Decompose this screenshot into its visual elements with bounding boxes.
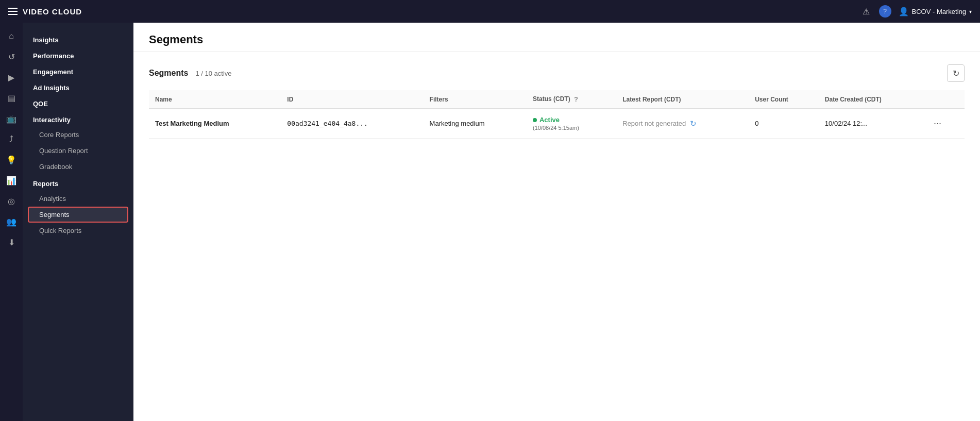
sidebar-icon-download[interactable]: ⬇ — [2, 233, 21, 251]
sidebar-icon-users[interactable]: 👥 — [2, 212, 21, 231]
status-label: Active — [539, 116, 560, 124]
nav-engagement[interactable]: Engagement — [23, 63, 133, 79]
segments-table: Name ID Filters Status (CDT) ? Latest Re… — [149, 90, 965, 139]
segments-count: 1 / 10 active — [195, 70, 231, 77]
row-filters: Marketing medium — [424, 109, 527, 139]
report-refresh-icon[interactable]: ↻ — [690, 119, 697, 128]
nav-quick-reports[interactable]: Quick Reports — [23, 223, 133, 239]
sidebar-icon-layers[interactable]: ▤ — [2, 89, 21, 107]
col-date-created: Date Created (CDT) — [819, 90, 924, 109]
top-nav: VIDEO CLOUD ⚠ ? 👤 BCOV - Marketing ▾ — [0, 0, 980, 23]
menu-toggle[interactable] — [8, 8, 18, 15]
nav-insights[interactable]: Insights — [23, 31, 133, 47]
refresh-button[interactable]: ↻ — [947, 64, 965, 82]
page-title: Segments — [149, 33, 965, 46]
row-status: Active (10/08/24 5:15am) — [527, 109, 616, 139]
col-status: Status (CDT) ? — [527, 90, 616, 109]
sidebar-icon-activity[interactable]: ↺ — [2, 47, 21, 66]
row-latest-report: Report not generated ↻ — [616, 109, 749, 139]
row-user-count: 0 — [749, 109, 819, 139]
main-content: Segments Segments 1 / 10 active ↻ Name I… — [133, 23, 980, 421]
user-menu[interactable]: 👤 BCOV - Marketing ▾ — [899, 7, 972, 16]
col-filters: Filters — [424, 90, 527, 109]
segments-toolbar: Segments 1 / 10 active ↻ — [149, 64, 965, 82]
nav-ad-insights[interactable]: Ad Insights — [23, 79, 133, 95]
row-id: 00ad3241_e404_4a8... — [281, 109, 423, 139]
user-icon: 👤 — [899, 7, 909, 16]
icon-sidebar: ⌂ ↺ ▶ ▤ 📺 ⤴ 💡 📊 ◎ 👥 ⬇ — [0, 23, 23, 421]
sidebar-icon-share[interactable]: ⤴ — [2, 130, 21, 148]
col-user-count: User Count — [749, 90, 819, 109]
page-header: Segments — [133, 23, 980, 52]
user-label: BCOV - Marketing — [912, 8, 966, 15]
sidebar-icon-lightbulb[interactable]: 💡 — [2, 150, 21, 169]
nav-qoe[interactable]: QOE — [23, 95, 133, 111]
nav-interactivity[interactable]: Interactivity — [23, 111, 133, 127]
col-id: ID — [281, 90, 423, 109]
segments-label-group: Segments 1 / 10 active — [149, 69, 232, 78]
status-help-icon[interactable]: ? — [574, 95, 578, 103]
row-actions-cell: ··· — [924, 109, 965, 139]
nav-segments[interactable]: Segments — [28, 207, 128, 223]
sidebar-icon-tv[interactable]: 📺 — [2, 109, 21, 128]
col-name: Name — [149, 90, 281, 109]
app-logo: VIDEO CLOUD — [23, 7, 82, 16]
sidebar-icon-video[interactable]: ▶ — [2, 68, 21, 87]
sidebar-icon-home[interactable]: ⌂ — [2, 27, 21, 45]
help-button[interactable]: ? — [879, 5, 891, 18]
sidebar-icon-circle[interactable]: ◎ — [2, 192, 21, 210]
row-date-created: 10/02/24 12:... — [819, 109, 924, 139]
segments-label: Segments — [149, 69, 188, 78]
nav-gradebook[interactable]: Gradebook — [23, 159, 133, 175]
sidebar-icon-chart[interactable]: 📊 — [2, 171, 21, 190]
nav-analytics[interactable]: Analytics — [23, 191, 133, 207]
col-latest-report: Latest Report (CDT) — [616, 90, 749, 109]
chevron-down-icon: ▾ — [969, 9, 972, 14]
col-actions — [924, 90, 965, 109]
status-dot — [533, 118, 537, 122]
nav-question-report[interactable]: Question Report — [23, 143, 133, 159]
nav-performance[interactable]: Performance — [23, 47, 133, 63]
more-options-button[interactable]: ··· — [931, 117, 944, 130]
row-name: Test Marketing Medium — [149, 109, 281, 139]
nav-core-reports[interactable]: Core Reports — [23, 127, 133, 143]
status-date: (10/08/24 5:15am) — [533, 125, 610, 131]
nav-reports-group[interactable]: Reports — [23, 175, 133, 191]
page-body: Segments 1 / 10 active ↻ Name ID Filters… — [133, 52, 980, 151]
table-row: Test Marketing Medium 00ad3241_e404_4a8.… — [149, 109, 965, 139]
nav-sidebar: Insights Performance Engagement Ad Insig… — [23, 23, 133, 421]
alert-button[interactable]: ⚠ — [860, 5, 872, 19]
